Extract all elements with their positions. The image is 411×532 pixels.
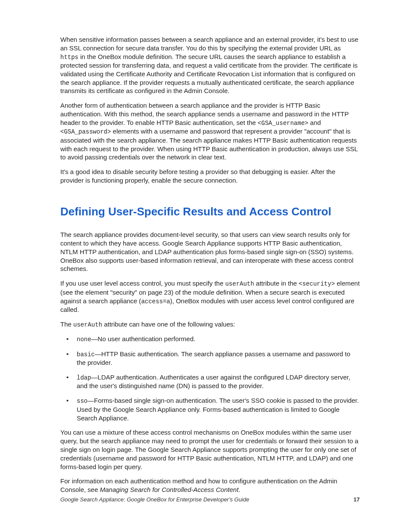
code-ldap: ldap <box>77 374 91 381</box>
userauth-value-list: none—No user authentication performed. b… <box>60 335 360 422</box>
paragraph-http-basic: Another form of authentication between a… <box>60 101 360 162</box>
text: and <box>308 119 321 126</box>
paragraph-userauth-values: The userAuth attribute can have one of t… <box>60 320 360 329</box>
text: —LDAP authentication. Authenticates a us… <box>77 373 350 389</box>
code-userauth: userAuth <box>73 321 102 328</box>
paragraph-mixture: You can use a mixture of these access co… <box>60 428 360 471</box>
text: . <box>239 486 240 493</box>
code-https: https <box>60 54 78 61</box>
list-item: ldap—LDAP authentication. Authenticates … <box>60 373 360 390</box>
page: When sensitive information passes betwee… <box>0 0 411 532</box>
list-item: basic—HTTP Basic authentication. The sea… <box>60 350 360 367</box>
paragraph-userauth-required: If you use user level access control, yo… <box>60 279 360 314</box>
code-gsa-password: <GSA_password> <box>60 128 111 135</box>
footer-page-number: 17 <box>354 496 360 504</box>
text: The <box>60 320 73 328</box>
reference-title: Managing Search for Controlled-Access Co… <box>100 486 239 493</box>
code-sso: sso <box>77 398 87 404</box>
paragraph-ssl: When sensitive information passes betwee… <box>60 35 360 95</box>
page-footer: Google Search Appliance: Google OneBox f… <box>60 496 360 504</box>
text: —HTTP Basic authentication. The search a… <box>77 350 350 366</box>
code-security: <security> <box>299 280 335 287</box>
text: If you use user level access control, yo… <box>60 280 225 287</box>
text: When sensitive information passes betwee… <box>60 36 358 52</box>
text: attribute in the <box>254 280 299 287</box>
paragraph-doc-security: The search appliance provides document-l… <box>60 230 360 273</box>
section-heading: Defining User-Specific Results and Acces… <box>60 205 360 219</box>
footer-title: Google Search Appliance: Google OneBox f… <box>60 496 249 504</box>
paragraph-reference: For information on each authentication m… <box>60 477 360 494</box>
paragraph-disable-security: It's a good idea to disable security bef… <box>60 168 360 185</box>
code-basic: basic <box>77 351 95 358</box>
code-gsa-username: <GSA_username> <box>258 120 308 127</box>
code-access-a: access=a <box>141 298 170 305</box>
text: —Forms-based single sign-on authenticati… <box>77 397 359 421</box>
list-item: sso—Forms-based single sign-on authentic… <box>60 396 360 422</box>
code-userauth: userAuth <box>225 280 254 287</box>
text: —No user authentication performed. <box>91 335 196 342</box>
text: attribute can have one of the following … <box>102 320 235 328</box>
code-none: none <box>77 336 91 343</box>
list-item: none—No user authentication performed. <box>60 335 360 343</box>
text: in the OneBox module definition. The sec… <box>60 53 358 95</box>
